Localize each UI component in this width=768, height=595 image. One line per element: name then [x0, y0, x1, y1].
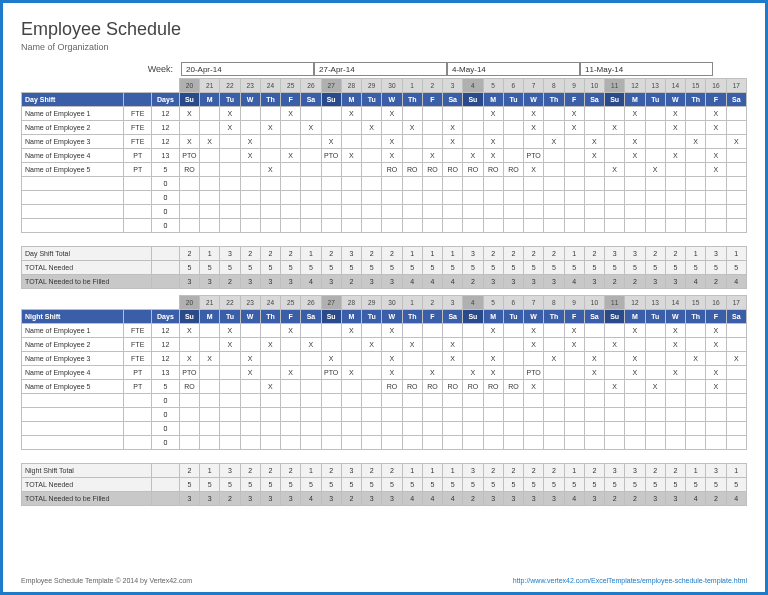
schedule-cell[interactable]: [382, 408, 402, 422]
schedule-cell[interactable]: X: [402, 121, 422, 135]
schedule-cell[interactable]: [321, 436, 341, 450]
schedule-cell[interactable]: [341, 408, 361, 422]
schedule-cell[interactable]: [463, 394, 483, 408]
schedule-cell[interactable]: [179, 338, 199, 352]
employee-name[interactable]: Name of Employee 5: [22, 163, 124, 177]
week-start-date[interactable]: 20-Apr-14: [181, 62, 314, 76]
schedule-cell[interactable]: X: [260, 380, 280, 394]
schedule-cell[interactable]: [402, 219, 422, 233]
schedule-cell[interactable]: [200, 177, 220, 191]
schedule-cell[interactable]: [240, 107, 260, 121]
schedule-cell[interactable]: [443, 191, 463, 205]
schedule-cell[interactable]: [240, 394, 260, 408]
schedule-cell[interactable]: [362, 149, 382, 163]
schedule-cell[interactable]: [564, 352, 584, 366]
schedule-cell[interactable]: [564, 366, 584, 380]
schedule-cell[interactable]: RO: [443, 163, 463, 177]
schedule-cell[interactable]: [301, 107, 321, 121]
schedule-cell[interactable]: [260, 394, 280, 408]
schedule-cell[interactable]: X: [321, 135, 341, 149]
schedule-cell[interactable]: X: [341, 324, 361, 338]
schedule-cell[interactable]: [645, 324, 665, 338]
employee-name[interactable]: Name of Employee 2: [22, 121, 124, 135]
schedule-cell[interactable]: [686, 324, 706, 338]
schedule-cell[interactable]: X: [483, 135, 503, 149]
schedule-cell[interactable]: [443, 205, 463, 219]
schedule-cell[interactable]: [726, 205, 746, 219]
schedule-cell[interactable]: [503, 352, 523, 366]
schedule-cell[interactable]: [686, 436, 706, 450]
schedule-cell[interactable]: X: [524, 324, 544, 338]
schedule-cell[interactable]: X: [422, 149, 442, 163]
schedule-cell[interactable]: [362, 408, 382, 422]
schedule-cell[interactable]: [341, 394, 361, 408]
schedule-cell[interactable]: [645, 338, 665, 352]
employee-type[interactable]: FTE: [124, 352, 152, 366]
schedule-cell[interactable]: X: [665, 149, 685, 163]
schedule-cell[interactable]: X: [382, 352, 402, 366]
schedule-cell[interactable]: [645, 352, 665, 366]
employee-name[interactable]: Name of Employee 3: [22, 352, 124, 366]
schedule-cell[interactable]: [584, 191, 604, 205]
schedule-cell[interactable]: [564, 408, 584, 422]
schedule-cell[interactable]: [443, 177, 463, 191]
schedule-cell[interactable]: [524, 219, 544, 233]
schedule-cell[interactable]: [544, 436, 564, 450]
schedule-cell[interactable]: X: [524, 121, 544, 135]
employee-name[interactable]: Name of Employee 1: [22, 324, 124, 338]
schedule-cell[interactable]: [726, 177, 746, 191]
schedule-cell[interactable]: [463, 121, 483, 135]
schedule-cell[interactable]: [260, 422, 280, 436]
week-start-date[interactable]: 4-May-14: [447, 62, 580, 76]
schedule-cell[interactable]: [524, 422, 544, 436]
schedule-cell[interactable]: [605, 394, 625, 408]
schedule-cell[interactable]: RO: [382, 163, 402, 177]
schedule-cell[interactable]: [483, 338, 503, 352]
schedule-cell[interactable]: X: [240, 366, 260, 380]
schedule-cell[interactable]: [544, 191, 564, 205]
schedule-cell[interactable]: [281, 380, 301, 394]
schedule-cell[interactable]: X: [422, 366, 442, 380]
schedule-cell[interactable]: [200, 324, 220, 338]
schedule-cell[interactable]: [220, 408, 240, 422]
schedule-cell[interactable]: [200, 149, 220, 163]
schedule-cell[interactable]: X: [281, 366, 301, 380]
schedule-cell[interactable]: [544, 422, 564, 436]
schedule-cell[interactable]: [544, 219, 564, 233]
schedule-cell[interactable]: [726, 219, 746, 233]
schedule-cell[interactable]: [341, 121, 361, 135]
schedule-cell[interactable]: [726, 338, 746, 352]
schedule-cell[interactable]: [665, 408, 685, 422]
schedule-cell[interactable]: [200, 121, 220, 135]
schedule-cell[interactable]: [402, 107, 422, 121]
schedule-cell[interactable]: [665, 380, 685, 394]
schedule-cell[interactable]: [625, 338, 645, 352]
schedule-cell[interactable]: [605, 436, 625, 450]
schedule-cell[interactable]: [483, 121, 503, 135]
employee-type[interactable]: FTE: [124, 107, 152, 121]
schedule-cell[interactable]: [281, 163, 301, 177]
schedule-cell[interactable]: [341, 135, 361, 149]
schedule-cell[interactable]: [706, 408, 726, 422]
schedule-cell[interactable]: [200, 436, 220, 450]
schedule-cell[interactable]: [564, 380, 584, 394]
schedule-cell[interactable]: X: [220, 121, 240, 135]
schedule-cell[interactable]: [341, 177, 361, 191]
schedule-cell[interactable]: [726, 394, 746, 408]
schedule-cell[interactable]: [625, 121, 645, 135]
schedule-cell[interactable]: [605, 352, 625, 366]
schedule-cell[interactable]: RO: [503, 380, 523, 394]
schedule-cell[interactable]: [483, 394, 503, 408]
schedule-cell[interactable]: X: [260, 338, 280, 352]
schedule-cell[interactable]: [503, 408, 523, 422]
schedule-cell[interactable]: [706, 191, 726, 205]
employee-name[interactable]: [22, 191, 124, 205]
employee-type[interactable]: [124, 219, 152, 233]
schedule-cell[interactable]: [260, 191, 280, 205]
schedule-cell[interactable]: [503, 191, 523, 205]
schedule-cell[interactable]: [503, 107, 523, 121]
schedule-cell[interactable]: [260, 436, 280, 450]
schedule-cell[interactable]: [281, 177, 301, 191]
schedule-cell[interactable]: [463, 422, 483, 436]
employee-type[interactable]: FTE: [124, 135, 152, 149]
